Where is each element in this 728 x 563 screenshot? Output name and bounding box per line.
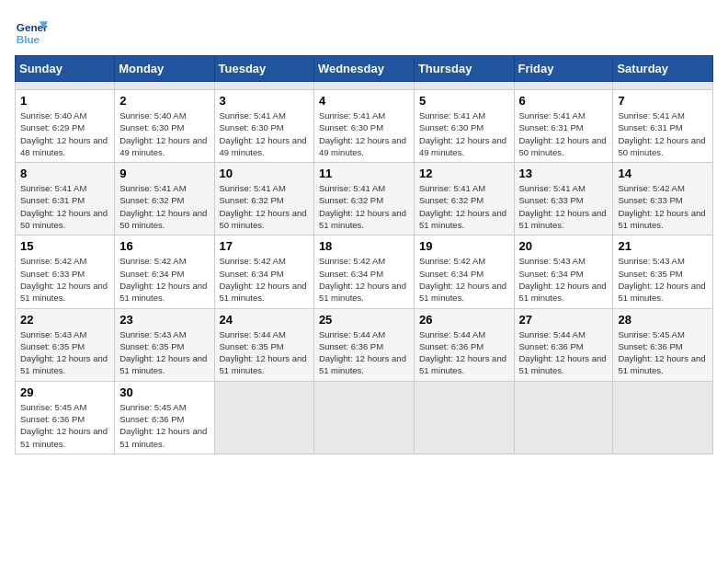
day-info: Sunrise: 5:41 AMSunset: 6:32 PMDaylight:… [419, 182, 509, 231]
day-info: Sunrise: 5:44 AMSunset: 6:35 PMDaylight:… [220, 328, 309, 377]
calendar-cell: 28Sunrise: 5:45 AMSunset: 6:36 PMDayligh… [613, 308, 713, 381]
day-number: 1 [20, 94, 109, 108]
calendar-cell [313, 82, 414, 90]
day-number: 19 [419, 239, 509, 253]
day-number: 26 [419, 313, 509, 327]
header-sunday: Sunday [16, 56, 115, 82]
day-number: 10 [220, 167, 309, 180]
day-number: 25 [319, 313, 409, 327]
day-info: Sunrise: 5:45 AMSunset: 6:36 PMDaylight:… [618, 328, 708, 377]
day-info: Sunrise: 5:41 AMSunset: 6:30 PMDaylight:… [419, 109, 509, 158]
day-number: 8 [20, 167, 109, 180]
day-info: Sunrise: 5:41 AMSunset: 6:30 PMDaylight:… [319, 109, 409, 158]
calendar-cell: 2Sunrise: 5:40 AMSunset: 6:30 PMDaylight… [115, 90, 214, 163]
calendar-cell: 3Sunrise: 5:41 AMSunset: 6:30 PMDaylight… [214, 90, 313, 163]
header-tuesday: Tuesday [214, 56, 313, 82]
calendar-cell: 9Sunrise: 5:41 AMSunset: 6:32 PMDaylight… [115, 163, 214, 236]
calendar-cell: 15Sunrise: 5:42 AMSunset: 6:33 PMDayligh… [16, 236, 115, 308]
day-number: 29 [20, 385, 109, 399]
day-number: 2 [119, 94, 209, 108]
day-info: Sunrise: 5:44 AMSunset: 6:36 PMDaylight:… [319, 328, 409, 377]
calendar-week-5: 29Sunrise: 5:45 AMSunset: 6:36 PMDayligh… [16, 381, 713, 454]
calendar-cell: 11Sunrise: 5:41 AMSunset: 6:32 PMDayligh… [313, 163, 414, 236]
calendar-week-0 [16, 82, 713, 90]
calendar-cell: 24Sunrise: 5:44 AMSunset: 6:35 PMDayligh… [214, 308, 313, 381]
calendar-cell: 4Sunrise: 5:41 AMSunset: 6:30 PMDaylight… [313, 90, 414, 163]
day-info: Sunrise: 5:43 AMSunset: 6:35 PMDaylight:… [119, 328, 209, 377]
day-info: Sunrise: 5:44 AMSunset: 6:36 PMDaylight:… [519, 328, 609, 377]
day-info: Sunrise: 5:42 AMSunset: 6:34 PMDaylight:… [319, 255, 409, 304]
calendar-week-1: 1Sunrise: 5:40 AMSunset: 6:29 PMDaylight… [16, 90, 713, 163]
calendar-week-3: 15Sunrise: 5:42 AMSunset: 6:33 PMDayligh… [16, 236, 713, 308]
day-number: 14 [618, 167, 708, 180]
day-number: 4 [319, 94, 409, 108]
day-number: 27 [519, 313, 609, 327]
day-info: Sunrise: 5:41 AMSunset: 6:32 PMDaylight:… [319, 182, 409, 231]
day-number: 24 [220, 313, 309, 327]
calendar-cell: 27Sunrise: 5:44 AMSunset: 6:36 PMDayligh… [514, 308, 613, 381]
day-info: Sunrise: 5:45 AMSunset: 6:36 PMDaylight:… [20, 401, 109, 450]
calendar-cell: 6Sunrise: 5:41 AMSunset: 6:31 PMDaylight… [514, 90, 613, 163]
calendar: SundayMondayTuesdayWednesdayThursdayFrid… [15, 55, 713, 454]
header-saturday: Saturday [613, 56, 713, 82]
calendar-cell [214, 82, 313, 90]
calendar-cell: 18Sunrise: 5:42 AMSunset: 6:34 PMDayligh… [313, 236, 414, 308]
day-number: 5 [419, 94, 509, 108]
day-info: Sunrise: 5:41 AMSunset: 6:32 PMDaylight:… [220, 182, 309, 231]
calendar-cell: 14Sunrise: 5:42 AMSunset: 6:33 PMDayligh… [613, 163, 713, 236]
day-info: Sunrise: 5:41 AMSunset: 6:32 PMDaylight:… [119, 182, 209, 231]
calendar-cell: 19Sunrise: 5:42 AMSunset: 6:34 PMDayligh… [414, 236, 514, 308]
day-info: Sunrise: 5:40 AMSunset: 6:29 PMDaylight:… [20, 109, 109, 158]
day-number: 28 [618, 313, 708, 327]
day-number: 3 [220, 94, 309, 108]
day-number: 11 [319, 167, 409, 180]
calendar-cell: 22Sunrise: 5:43 AMSunset: 6:35 PMDayligh… [16, 308, 115, 381]
day-number: 7 [618, 94, 708, 108]
day-info: Sunrise: 5:41 AMSunset: 6:31 PMDaylight:… [618, 109, 708, 158]
calendar-week-4: 22Sunrise: 5:43 AMSunset: 6:35 PMDayligh… [16, 308, 713, 381]
day-info: Sunrise: 5:40 AMSunset: 6:30 PMDaylight:… [119, 109, 209, 158]
day-number: 22 [20, 313, 109, 327]
day-info: Sunrise: 5:41 AMSunset: 6:30 PMDaylight:… [220, 109, 309, 158]
day-number: 17 [220, 239, 309, 253]
calendar-cell [214, 381, 313, 454]
day-info: Sunrise: 5:41 AMSunset: 6:33 PMDaylight:… [519, 182, 609, 231]
calendar-header-row: SundayMondayTuesdayWednesdayThursdayFrid… [16, 56, 713, 82]
header-friday: Friday [514, 56, 613, 82]
calendar-cell: 25Sunrise: 5:44 AMSunset: 6:36 PMDayligh… [313, 308, 414, 381]
day-number: 18 [319, 239, 409, 253]
day-info: Sunrise: 5:43 AMSunset: 6:34 PMDaylight:… [519, 255, 609, 304]
calendar-cell [414, 82, 514, 90]
day-info: Sunrise: 5:41 AMSunset: 6:31 PMDaylight:… [20, 182, 109, 231]
day-number: 20 [519, 239, 609, 253]
calendar-cell [514, 82, 613, 90]
day-number: 12 [419, 167, 509, 180]
calendar-cell: 30Sunrise: 5:45 AMSunset: 6:36 PMDayligh… [115, 381, 214, 454]
calendar-cell [613, 381, 713, 454]
calendar-week-2: 8Sunrise: 5:41 AMSunset: 6:31 PMDaylight… [16, 163, 713, 236]
day-number: 13 [519, 167, 609, 180]
header: General Blue [15, 15, 713, 48]
calendar-cell: 13Sunrise: 5:41 AMSunset: 6:33 PMDayligh… [514, 163, 613, 236]
day-info: Sunrise: 5:43 AMSunset: 6:35 PMDaylight:… [618, 255, 708, 304]
calendar-cell: 8Sunrise: 5:41 AMSunset: 6:31 PMDaylight… [16, 163, 115, 236]
day-number: 16 [119, 239, 209, 253]
day-number: 23 [119, 313, 209, 327]
calendar-cell: 10Sunrise: 5:41 AMSunset: 6:32 PMDayligh… [214, 163, 313, 236]
calendar-cell: 12Sunrise: 5:41 AMSunset: 6:32 PMDayligh… [414, 163, 514, 236]
calendar-cell [613, 82, 713, 90]
calendar-cell: 5Sunrise: 5:41 AMSunset: 6:30 PMDaylight… [414, 90, 514, 163]
calendar-cell: 26Sunrise: 5:44 AMSunset: 6:36 PMDayligh… [414, 308, 514, 381]
header-thursday: Thursday [414, 56, 514, 82]
calendar-cell: 23Sunrise: 5:43 AMSunset: 6:35 PMDayligh… [115, 308, 214, 381]
calendar-cell [414, 381, 514, 454]
day-info: Sunrise: 5:42 AMSunset: 6:33 PMDaylight:… [618, 182, 708, 231]
day-number: 9 [119, 167, 209, 180]
svg-text:Blue: Blue [17, 33, 40, 45]
day-number: 21 [618, 239, 708, 253]
calendar-cell [514, 381, 613, 454]
day-info: Sunrise: 5:44 AMSunset: 6:36 PMDaylight:… [419, 328, 509, 377]
calendar-cell: 29Sunrise: 5:45 AMSunset: 6:36 PMDayligh… [16, 381, 115, 454]
calendar-cell: 17Sunrise: 5:42 AMSunset: 6:34 PMDayligh… [214, 236, 313, 308]
day-info: Sunrise: 5:42 AMSunset: 6:34 PMDaylight:… [220, 255, 309, 304]
